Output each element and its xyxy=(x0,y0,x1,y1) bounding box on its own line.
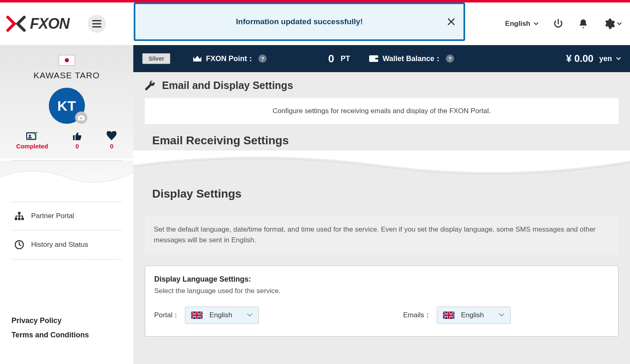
help-icon[interactable]: ? xyxy=(446,55,454,63)
legal-links: Privacy Policy Terms and Conditions xyxy=(11,311,89,339)
logo[interactable]: FXON xyxy=(6,14,69,34)
chevron-down-icon xyxy=(247,313,253,317)
svg-rect-22 xyxy=(191,314,203,316)
section-display-heading: Display Settings xyxy=(152,187,619,200)
svg-rect-15 xyxy=(18,218,21,220)
heart-icon xyxy=(106,131,117,140)
stats-row: Completed 0 0 xyxy=(0,131,133,152)
crown-icon xyxy=(193,55,202,62)
avatar-initials: KT xyxy=(57,98,76,114)
help-icon[interactable]: ? xyxy=(258,55,267,63)
svg-rect-27 xyxy=(443,314,454,316)
intro-text: Configure settings for receiving emails … xyxy=(154,107,609,115)
thumbs-up-icon xyxy=(72,131,82,140)
japan-flag-icon xyxy=(62,57,72,64)
country-flag xyxy=(59,55,75,66)
portal-language-value: English xyxy=(209,311,232,319)
privacy-link[interactable]: Privacy Policy xyxy=(11,316,89,325)
stat-completed[interactable]: Completed xyxy=(16,131,48,150)
avatar-upload-button[interactable] xyxy=(75,111,87,124)
svg-rect-14 xyxy=(15,218,17,220)
page-title: Email and Display Settings xyxy=(162,80,293,91)
sidebar-item-label: Partner Portal xyxy=(31,212,74,220)
svg-rect-2 xyxy=(92,26,101,27)
wave-divider xyxy=(0,161,133,202)
sidebar-item-history[interactable]: History and Status xyxy=(11,230,122,259)
stat-likes-value: 0 xyxy=(75,143,79,150)
emails-label: Emails： xyxy=(403,310,431,320)
stat-hearts-value: 0 xyxy=(110,143,113,150)
balance-amount: ¥ 0.00 xyxy=(566,53,593,64)
chevron-down-icon xyxy=(534,22,539,25)
avatar-wrap: KT xyxy=(49,88,85,124)
user-name: KAWASE TARO xyxy=(0,71,133,80)
logo-mark-icon xyxy=(6,14,26,34)
language-selector[interactable]: English xyxy=(505,20,539,28)
toast-message: Information updated successfully! xyxy=(236,17,363,26)
bell-icon[interactable] xyxy=(578,18,589,29)
chevron-down-icon xyxy=(617,22,622,25)
wallet-display: Wallet Balance： ? xyxy=(369,54,454,64)
balance-selector[interactable]: ¥ 0.00 yen xyxy=(566,53,621,64)
uk-flag-icon xyxy=(191,312,203,319)
close-icon xyxy=(447,18,455,26)
language-label: English xyxy=(505,20,530,28)
sidebar-item-label: History and Status xyxy=(31,241,88,249)
emails-language-field: Emails： English xyxy=(403,307,511,324)
svg-rect-1 xyxy=(92,23,101,25)
language-settings-card: Display Language Settings: Select the la… xyxy=(145,266,619,337)
svg-rect-13 xyxy=(18,212,21,214)
emails-language-dropdown[interactable]: English xyxy=(437,307,511,324)
intro-card: Configure settings for receiving emails … xyxy=(145,98,619,124)
stat-completed-label: Completed xyxy=(16,143,48,150)
point-display: FXON Point： ? xyxy=(193,54,267,64)
tier-badge: Silver xyxy=(142,53,170,64)
wallet-label: Wallet Balance： xyxy=(383,54,442,64)
svg-rect-16 xyxy=(21,218,24,220)
svg-point-9 xyxy=(80,117,82,119)
power-icon[interactable] xyxy=(553,18,564,29)
wrench-icon xyxy=(145,80,155,91)
portal-language-field: Portal： English xyxy=(154,307,259,324)
menu-toggle-button[interactable] xyxy=(88,15,106,33)
stat-likes[interactable]: 0 xyxy=(72,131,82,150)
main-content: Email and Display Settings Configure set… xyxy=(133,72,630,364)
sidebar-profile: KAWASE TARO KT Completed 0 0 xyxy=(0,45,133,159)
account-info-bar: Silver FXON Point： ? 0 PT Wallet Balance… xyxy=(133,45,630,72)
language-settings-subtitle: Select the language used for the service… xyxy=(154,287,609,295)
balance-currency: yen xyxy=(599,55,612,63)
point-unit: PT xyxy=(341,55,350,63)
clock-icon xyxy=(15,240,24,249)
svg-rect-4 xyxy=(375,58,379,59)
stat-hearts[interactable]: 0 xyxy=(106,131,117,150)
chevron-down-icon xyxy=(616,57,621,60)
svg-rect-12 xyxy=(28,137,32,139)
terms-link[interactable]: Terms and Conditions xyxy=(11,331,89,339)
success-toast: Information updated successfully! xyxy=(134,2,465,41)
sidebar-nav: Partner Portal History and Status xyxy=(11,202,122,259)
point-value-display: 0 PT xyxy=(328,52,350,65)
hamburger-icon xyxy=(92,20,101,27)
logo-text: FXON xyxy=(30,15,69,32)
toast-close-button[interactable] xyxy=(447,18,455,26)
settings-menu-button[interactable] xyxy=(603,18,622,30)
emails-language-value: English xyxy=(461,311,484,319)
svg-point-11 xyxy=(29,135,31,137)
display-description-box: Set the default language, date/time form… xyxy=(145,215,619,255)
point-label: FXON Point： xyxy=(206,54,254,64)
portal-language-dropdown[interactable]: English xyxy=(185,307,259,324)
chevron-down-icon xyxy=(499,313,504,317)
svg-point-6 xyxy=(65,58,69,62)
id-card-icon xyxy=(26,131,38,140)
point-value: 0 xyxy=(328,52,334,65)
uk-flag-icon xyxy=(443,312,454,319)
sidebar: KAWASE TARO KT Completed 0 0 xyxy=(0,45,133,364)
wallet-icon xyxy=(369,55,379,63)
language-row: Portal： English Emails： English xyxy=(154,307,609,324)
sitemap-icon xyxy=(15,212,24,220)
camera-icon xyxy=(78,115,84,121)
sidebar-item-partner[interactable]: Partner Portal xyxy=(11,202,122,230)
page-title-row: Email and Display Settings xyxy=(145,80,619,91)
wave-divider xyxy=(133,150,630,187)
section-email-heading: Email Receiving Settings xyxy=(152,134,619,147)
